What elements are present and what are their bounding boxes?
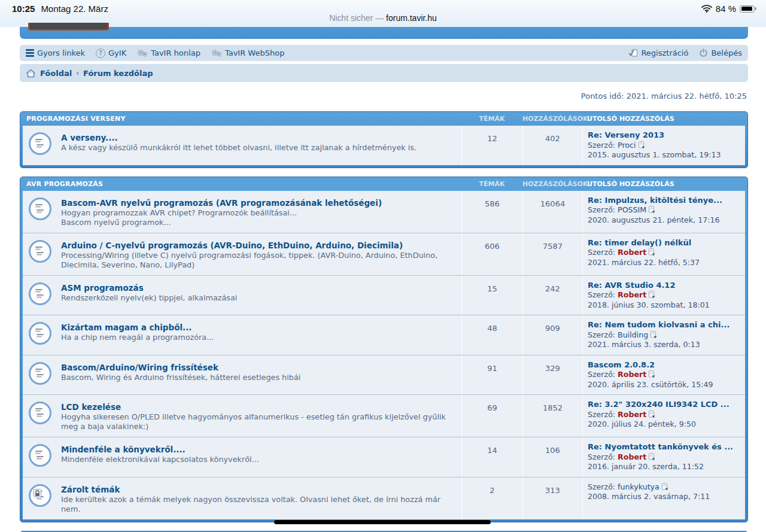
goto-last-post-icon[interactable] <box>662 483 668 491</box>
nav-quick-links[interactable]: Gyors linkek <box>26 48 85 57</box>
last-post-author-link[interactable]: Robert <box>618 410 646 419</box>
question-icon: ? <box>96 48 105 58</box>
breadcrumb: Főoldal ‹ Fórum kezdőlap <box>20 64 748 82</box>
topics-count: 2 <box>461 478 522 519</box>
nav-link-label: TavIR WebShop <box>225 48 285 57</box>
last-post-title-link[interactable]: Re: timer delay() nélkül <box>588 238 741 248</box>
last-post-date: 2021. március 22. hétfő, 5:37 <box>588 258 741 268</box>
posts-count: 242 <box>522 276 582 315</box>
forum-name-link[interactable]: Zárolt témák <box>61 485 120 494</box>
forum-row: Bascom-AVR nyelvű programozás (AVR progr… <box>23 191 745 233</box>
gears-icon <box>211 48 222 57</box>
forum-icon <box>29 240 51 263</box>
forum-name-link[interactable]: Bascom/Arduino/Wiring frissítések <box>61 363 218 372</box>
search-button-remnant[interactable] <box>28 23 109 31</box>
status-left: 10:25Montag 22. März <box>12 4 108 14</box>
goto-last-post-icon[interactable] <box>649 206 655 214</box>
last-post-cell: Re: 3.2" 320x240 ILI9342 LCD ... Szerző:… <box>582 395 745 437</box>
topics-count: 606 <box>461 233 522 275</box>
breadcrumb-current[interactable]: Fórum kezdőlap <box>83 69 153 78</box>
nav-tavir-honlap[interactable]: TavIR honlap <box>137 48 200 57</box>
last-post-title-link[interactable]: Re: 3.2" 320x240 ILI9342 LCD ... <box>588 400 741 410</box>
category-title[interactable]: AVR PROGRAMOZÁS <box>23 180 461 188</box>
last-post-author-link[interactable]: Robert <box>618 290 646 299</box>
nav-tavir-webshop[interactable]: TavIR WebShop <box>211 48 285 57</box>
goto-last-post-icon[interactable] <box>639 141 645 149</box>
posts-count: 313 <box>522 478 582 519</box>
forum-cell: Bascom/Arduino/Wiring frissítések Bascom… <box>23 355 461 395</box>
category-rows: A verseny.... A kész vagy készülő munkák… <box>23 126 745 165</box>
forum-cell: Arduino / C-nyelvű programozás (AVR-Duin… <box>23 233 461 275</box>
last-post-author-link[interactable]: Robert <box>618 452 646 461</box>
forum-row: LCD kezelése Hogyha sikeresen O/PLED ill… <box>23 394 745 437</box>
category-header: PROGRAMOZÁSI VERSENY TÉMÁK HOZZÁSZÓLÁSOK… <box>23 112 745 126</box>
forum-name-link[interactable]: LCD kezelése <box>61 402 121 412</box>
last-post-title-link[interactable]: Re: Nem tudom kiolvasni a chi... <box>588 320 741 330</box>
forum-description: Ide kerültek azok a témák melyek nagyon … <box>61 495 453 514</box>
goto-last-post-icon[interactable] <box>651 331 657 339</box>
nav-link-label: Belépés <box>711 48 742 57</box>
battery-icon <box>740 5 755 13</box>
category-title[interactable]: PROGRAMOZÁSI VERSENY <box>23 115 461 123</box>
site-header-remnant <box>20 27 748 39</box>
last-post-author-line: Szerző: Robert <box>588 370 741 380</box>
last-post-date: 2016. január 20. szerda, 11:52 <box>588 462 741 472</box>
nav-faq[interactable]: ? GyIK <box>96 48 126 58</box>
wifi-icon <box>701 5 712 13</box>
last-post-title-link[interactable]: Re: Verseny 2013 <box>588 130 741 141</box>
home-indicator[interactable] <box>274 520 491 524</box>
nav-login[interactable]: Belépés <box>699 48 742 57</box>
battery-percent: 84 % <box>716 4 736 14</box>
last-post-title-link[interactable]: Re: Impulzus, kitöltési ténye... <box>588 196 741 206</box>
goto-last-post-icon[interactable] <box>649 370 655 378</box>
goto-last-post-icon[interactable] <box>649 291 655 299</box>
column-header-posts: HOZZÁSZÓLÁSOK <box>522 115 582 123</box>
nav-link-label: Gyors linkek <box>37 48 85 57</box>
forum-row: Arduino / C-nyelvű programozás (AVR-Duin… <box>23 233 745 275</box>
last-post-cell: Re: Nem tudom kiolvasni a chi... Szerző:… <box>582 315 745 355</box>
last-post-author-link[interactable]: POSSIM <box>618 205 646 214</box>
last-post-author-link[interactable]: funkykutya <box>618 482 659 491</box>
address-bar[interactable]: Nicht sicher — forum.tavir.hu <box>0 13 766 23</box>
last-post-author-link[interactable]: Proci <box>618 141 636 150</box>
last-post-author-link[interactable]: Robert <box>618 248 646 257</box>
forum-name-link[interactable]: A verseny.... <box>61 133 118 142</box>
forum-icon <box>29 322 51 345</box>
last-post-cell: Re: Nyomtatott tankönyvek és ... Szerző:… <box>582 437 745 477</box>
goto-last-post-icon[interactable] <box>649 453 655 461</box>
column-header-last-post: UTOLSÓ HOZZÁSZÓLÁS <box>582 180 745 188</box>
last-post-author-line: Szerző: Robert <box>588 248 741 258</box>
nav-link-label: GyIK <box>108 48 126 57</box>
author-prefix: Szerző: <box>588 370 618 379</box>
last-post-author-line: Szerző: funkykutya <box>588 482 741 493</box>
goto-last-post-icon[interactable] <box>649 411 655 418</box>
forum-name-link[interactable]: Mindenféle a könyvekről.... <box>61 445 186 454</box>
forum-icon <box>29 282 51 305</box>
forum-icon <box>29 444 51 467</box>
power-icon <box>699 48 708 57</box>
forum-name-link[interactable]: Bascom-AVR nyelvű programozás (AVR progr… <box>61 198 382 208</box>
breadcrumb-home[interactable]: Főoldal <box>40 69 72 78</box>
nav-register[interactable]: Regisztráció <box>628 48 688 57</box>
forum-name-link[interactable]: Kizártam magam a chipből... <box>61 323 192 332</box>
posts-count: 329 <box>522 355 582 395</box>
last-post-title-link[interactable]: Re: AVR Studio 4.12 <box>588 281 741 291</box>
forum-name-link[interactable]: Arduino / C-nyelvű programozás (AVR-Duin… <box>61 241 403 250</box>
forum-name-link[interactable]: ASM programozás <box>61 283 144 293</box>
topics-count: 12 <box>461 126 522 165</box>
last-post-author-link[interactable]: Robert <box>618 370 646 379</box>
last-post-title-link[interactable]: Re: Nyomtatott tankönyvek és ... <box>588 442 741 452</box>
posts-count: 7587 <box>522 233 582 275</box>
column-header-topics: TÉMÁK <box>461 180 522 188</box>
last-post-author-line: Szerző: Proci <box>588 141 741 151</box>
last-post-author-link[interactable]: Building <box>618 330 648 339</box>
forum-cell: Zárolt témák Ide kerültek azok a témák m… <box>23 478 461 519</box>
goto-last-post-icon[interactable] <box>649 248 655 256</box>
browser-chrome: 10:25Montag 22. März Nicht sicher — foru… <box>0 0 766 27</box>
forum-row: Kizártam magam a chipből... Ha a chip ne… <box>23 315 745 355</box>
forum-row: Zárolt témák Ide kerültek azok a témák m… <box>23 477 745 519</box>
last-post-title-link[interactable]: Bascom 2.0.8.2 <box>588 360 741 370</box>
posts-count: 106 <box>522 437 582 477</box>
forum-description: A kész vagy készülő munkákról itt lehet … <box>61 143 417 153</box>
topics-count: 69 <box>461 395 522 437</box>
